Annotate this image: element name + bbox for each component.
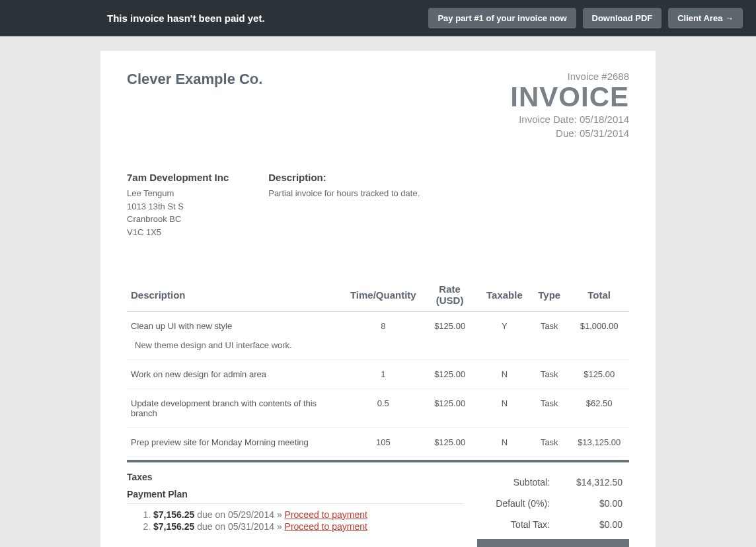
description-block: Description: Partial invoice for hours t… <box>268 172 420 238</box>
col-rate: Rate (USD) <box>420 278 480 312</box>
company-name: Clever Example Co. <box>127 71 262 88</box>
item-rate: $125.00 <box>420 360 480 389</box>
item-description: Work on new design for admin area <box>127 360 346 389</box>
item-type: Task <box>529 360 569 389</box>
description-text: Partial invoice for hours tracked to dat… <box>268 187 420 200</box>
bill-to-block: 7am Development Inc Lee Tengum 1013 13th… <box>127 172 229 238</box>
table-row: Clean up UI with new style New theme des… <box>127 312 629 360</box>
footer-left: Taxes Payment Plan $7,156.25 due on 05/2… <box>127 472 477 547</box>
bill-to-company: 7am Development Inc <box>127 172 229 183</box>
item-qty: 8 <box>346 312 420 360</box>
col-description: Description <box>127 278 346 312</box>
item-type: Task <box>529 428 569 457</box>
proceed-to-payment-link[interactable]: Proceed to payment <box>285 509 367 520</box>
bill-to-city: Cranbrook BC <box>127 213 229 226</box>
item-total: $13,125.00 <box>569 428 629 457</box>
item-taxable: N <box>480 360 530 389</box>
invoice-page: Clever Example Co. Invoice #2688 INVOICE… <box>100 51 656 547</box>
item-taxable: N <box>480 389 530 428</box>
grand-total-row: Total: $14,312.50 <box>477 539 629 547</box>
col-qty: Time/Quantity <box>346 278 420 312</box>
item-taxable: Y <box>480 312 530 360</box>
description-label: Description: <box>268 172 420 183</box>
invoice-title: INVOICE <box>510 83 629 111</box>
item-rate: $125.00 <box>420 428 480 457</box>
col-type: Type <box>529 278 569 312</box>
invoice-due-date: Due: 05/31/2014 <box>510 128 629 139</box>
payment-plan-item: $7,156.25 due on 05/29/2014 » Proceed to… <box>153 509 464 520</box>
item-type: Task <box>529 312 569 360</box>
topbar: This invoice hasn't been paid yet. Pay p… <box>0 0 756 36</box>
item-type: Task <box>529 389 569 428</box>
table-row: Prep preview site for Monday Morning mee… <box>127 428 629 457</box>
subtotal-row: Subtotal: $14,312.50 <box>477 472 629 493</box>
total-tax-row: Total Tax: $0.00 <box>477 514 629 535</box>
unpaid-message: This invoice hasn't been paid yet. <box>107 13 265 24</box>
table-divider <box>127 460 629 462</box>
download-pdf-button[interactable]: Download PDF <box>583 8 662 28</box>
bill-to-postal: V1C 1X5 <box>127 226 229 239</box>
item-description: Clean up UI with new style New theme des… <box>127 312 346 360</box>
payment-plan-list: $7,156.25 due on 05/29/2014 » Proceed to… <box>127 509 464 532</box>
bill-to-street: 1013 13th St S <box>127 200 229 213</box>
taxes-heading: Taxes <box>127 472 464 482</box>
item-total: $62.50 <box>569 389 629 428</box>
client-area-button[interactable]: Client Area → <box>668 8 743 28</box>
table-row: Work on new design for admin area 1 $125… <box>127 360 629 389</box>
item-description: Update development branch with contents … <box>127 389 346 428</box>
line-items-table: Description Time/Quantity Rate (USD) Tax… <box>127 278 629 457</box>
topbar-buttons: Pay part #1 of your invoice now Download… <box>428 8 743 28</box>
item-rate: $125.00 <box>420 389 480 428</box>
item-qty: 0.5 <box>346 389 420 428</box>
invoice-date: Invoice Date: 05/18/2014 <box>510 114 629 125</box>
proceed-to-payment-link[interactable]: Proceed to payment <box>285 521 367 532</box>
table-row: Update development branch with contents … <box>127 389 629 428</box>
col-total: Total <box>569 278 629 312</box>
item-rate: $125.00 <box>420 312 480 360</box>
item-description: Prep preview site for Monday Morning mee… <box>127 428 346 457</box>
payment-plan-heading: Payment Plan <box>127 489 464 504</box>
totals-block: Subtotal: $14,312.50 Default (0%): $0.00… <box>477 472 629 547</box>
item-taxable: N <box>480 428 530 457</box>
payment-plan-item: $7,156.25 due on 05/31/2014 » Proceed to… <box>153 521 464 532</box>
item-total: $125.00 <box>569 360 629 389</box>
item-qty: 1 <box>346 360 420 389</box>
invoice-number: Invoice #2688 <box>510 71 629 82</box>
pay-now-button[interactable]: Pay part #1 of your invoice now <box>428 8 576 28</box>
invoice-meta: Invoice #2688 INVOICE Invoice Date: 05/1… <box>510 71 629 139</box>
item-qty: 105 <box>346 428 420 457</box>
bill-to-contact: Lee Tengum <box>127 187 229 200</box>
default-tax-row: Default (0%): $0.00 <box>477 493 629 514</box>
col-taxable: Taxable <box>480 278 530 312</box>
item-total: $1,000.00 <box>569 312 629 360</box>
